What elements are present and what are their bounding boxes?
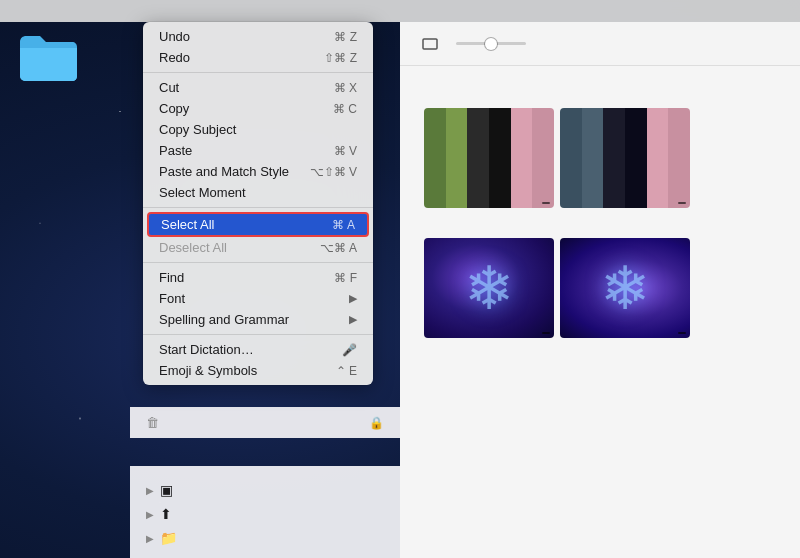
- trash-icon: 🗑: [146, 415, 159, 430]
- cut-shortcut: ⌘ X: [334, 81, 357, 95]
- chevron-shared-icon: ▶: [146, 509, 154, 520]
- menu-item-copy[interactable]: Copy ⌘ C: [143, 98, 373, 119]
- menu-item-copy-subject[interactable]: Copy Subject: [143, 119, 373, 140]
- redo-label: Redo: [159, 50, 190, 65]
- spelling-label: Spelling and Grammar: [159, 312, 289, 327]
- recently-deleted-area: 🗑 🔒: [130, 407, 400, 438]
- menu-item-undo[interactable]: Undo ⌘ Z: [143, 26, 373, 47]
- select-moment-label: Select Moment: [159, 185, 246, 200]
- divider-1: [143, 72, 373, 73]
- album-media-types[interactable]: ▶ ▣: [146, 478, 384, 502]
- color-bar: [647, 108, 669, 208]
- color-bar: [511, 108, 533, 208]
- photo-thumb-2b[interactable]: [560, 238, 690, 338]
- aspect-ratio-icon: [421, 35, 439, 53]
- menu-item-font[interactable]: Font ▶: [143, 288, 373, 309]
- divider-3: [143, 262, 373, 263]
- photos-panel: [400, 22, 800, 558]
- color-bar: [489, 108, 511, 208]
- paste-match-label: Paste and Match Style: [159, 164, 289, 179]
- menu-item-paste-match[interactable]: Paste and Match Style ⌥⇧⌘ V: [143, 161, 373, 182]
- menu-item-paste[interactable]: Paste ⌘ V: [143, 140, 373, 161]
- media-types-icon: ▣: [160, 482, 173, 498]
- shared-albums-icon: ⬆: [160, 506, 172, 522]
- photo-size-badge-1b: [678, 202, 686, 204]
- copy-subject-label: Copy Subject: [159, 122, 236, 137]
- dictation-mic-icon: 🎤: [342, 343, 357, 357]
- abstract-photo-2: [560, 108, 690, 208]
- undo-label: Undo: [159, 29, 190, 44]
- menu-item-select-moment[interactable]: Select Moment: [143, 182, 373, 203]
- menu-item-select-all[interactable]: Select All ⌘ A: [147, 212, 369, 237]
- deselect-all-label: Deselect All: [159, 240, 227, 255]
- abstract-photo-1: [424, 108, 554, 208]
- lock-icon: 🔒: [369, 416, 384, 430]
- menu-item-cut[interactable]: Cut ⌘ X: [143, 77, 373, 98]
- photos-grid-1: [424, 108, 776, 208]
- snowflake-photo-2: [560, 238, 690, 338]
- menu-item-dictation[interactable]: Start Dictation… 🎤: [143, 339, 373, 360]
- color-bar: [467, 108, 489, 208]
- svg-rect-0: [423, 39, 437, 49]
- color-bar: [446, 108, 468, 208]
- paste-label: Paste: [159, 143, 192, 158]
- work-folder[interactable]: [8, 30, 88, 86]
- menu-item-spelling[interactable]: Spelling and Grammar ▶: [143, 309, 373, 330]
- photos-grid-2: [424, 238, 776, 338]
- menu-item-find[interactable]: Find ⌘ F: [143, 267, 373, 288]
- undo-shortcut: ⌘ Z: [334, 30, 357, 44]
- spelling-arrow-icon: ▶: [349, 313, 357, 326]
- folder-icon: [18, 30, 78, 82]
- photo-size-badge-1a: [542, 202, 550, 204]
- photos-toolbar: [400, 22, 800, 66]
- photo-size-badge-2a: [542, 332, 550, 334]
- menu-item-deselect-all[interactable]: Deselect All ⌥⌘ A: [143, 237, 373, 258]
- color-bar: [560, 108, 582, 208]
- paste-shortcut: ⌘ V: [334, 144, 357, 158]
- color-bar: [625, 108, 647, 208]
- copy-shortcut: ⌘ C: [333, 102, 357, 116]
- find-shortcut: ⌘ F: [334, 271, 357, 285]
- font-arrow-icon: ▶: [349, 292, 357, 305]
- cut-label: Cut: [159, 80, 179, 95]
- emoji-label: Emoji & Symbols: [159, 363, 257, 378]
- color-bar: [603, 108, 625, 208]
- photos-content: [400, 66, 800, 558]
- albums-section: ▶ ▣ ▶ ⬆ ▶ 📁: [130, 466, 400, 558]
- zoom-thumb: [485, 38, 497, 50]
- my-albums-icon: 📁: [160, 530, 177, 546]
- album-my-albums[interactable]: ▶ 📁: [146, 526, 384, 550]
- edit-dropdown-menu: Undo ⌘ Z Redo ⇧⌘ Z Cut ⌘ X Copy ⌘ C Copy…: [143, 22, 373, 385]
- redo-shortcut: ⇧⌘ Z: [324, 51, 357, 65]
- deselect-all-shortcut: ⌥⌘ A: [320, 241, 357, 255]
- chevron-my-albums-icon: ▶: [146, 533, 154, 544]
- copy-label: Copy: [159, 101, 189, 116]
- select-all-shortcut: ⌘ A: [332, 218, 355, 232]
- photo-thumb-1a[interactable]: [424, 108, 554, 208]
- paste-match-shortcut: ⌥⇧⌘ V: [310, 165, 357, 179]
- snowflake-photo-1: [424, 238, 554, 338]
- color-bar: [668, 108, 690, 208]
- zoom-slider-area: [452, 42, 776, 45]
- select-all-label: Select All: [161, 217, 214, 232]
- menu-item-emoji[interactable]: Emoji & Symbols ⌃ E: [143, 360, 373, 381]
- find-label: Find: [159, 270, 184, 285]
- emoji-shortcut: ⌃ E: [336, 364, 357, 378]
- dictation-label: Start Dictation…: [159, 342, 254, 357]
- photo-size-badge-2b: [678, 332, 686, 334]
- menu-item-redo[interactable]: Redo ⇧⌘ Z: [143, 47, 373, 68]
- chevron-media-types-icon: ▶: [146, 485, 154, 496]
- color-bar: [582, 108, 604, 208]
- photo-thumb-2a[interactable]: [424, 238, 554, 338]
- color-bar: [532, 108, 554, 208]
- divider-4: [143, 334, 373, 335]
- zoom-track[interactable]: [456, 42, 526, 45]
- divider-2: [143, 207, 373, 208]
- aspect-ratio-button[interactable]: [416, 30, 444, 58]
- color-bar: [424, 108, 446, 208]
- album-shared[interactable]: ▶ ⬆: [146, 502, 384, 526]
- photo-thumb-1b[interactable]: [560, 108, 690, 208]
- menu-bar: [0, 0, 800, 22]
- font-label: Font: [159, 291, 185, 306]
